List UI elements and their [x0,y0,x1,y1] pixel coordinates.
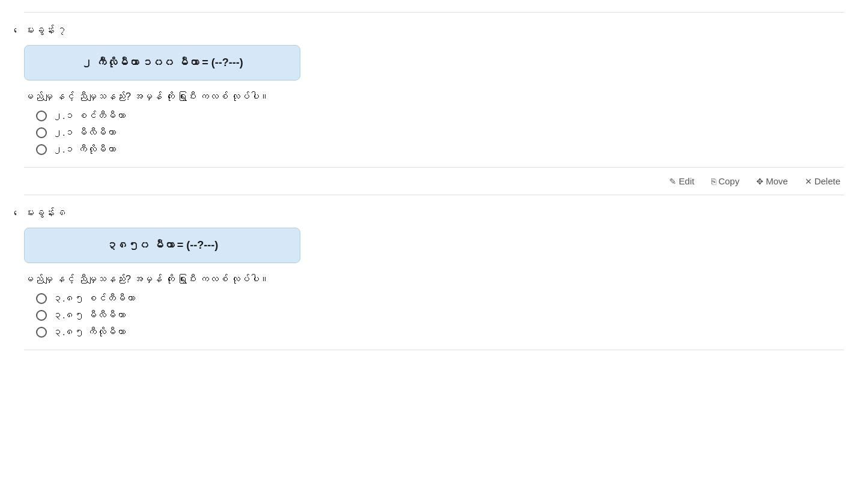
move-button[interactable]: ✥ Move [753,174,792,189]
option-label-1-1: ၂.၁ မီလီမီတာ [53,127,116,138]
option-item-1-1[interactable]: ၂.၁ မီလီမီတာ [36,127,844,138]
question-box-1: ၂ ကီလိုမီတာ ၁၀၀ မီတာ = (--?---) [24,45,300,80]
option-label-2-2: ၃.၈၅ ကီလိုမီတာ [53,327,126,338]
option-label-2-1: ၃.၈၅ မီလီမီတာ [53,310,126,321]
option-label-2-0: ၃.၈၅ စင်တီမီတာ [53,293,135,304]
option-item-1-0[interactable]: ၂.၁ စင်တီမီတာ [36,111,844,121]
move-icon: ✥ [756,177,763,186]
options-list-1: ၂.၁ စင်တီမီတာ ၂.၁ မီလီမီတာ ၂.၁ ကီလိုမီတာ [36,111,844,155]
question-box-text-2: ၃၈၅၀ မီတာ = (--?---) [106,239,218,251]
question-number-2: မေးခွန်း ၈ [24,207,844,219]
copy-button[interactable]: ⎘ Copy [708,174,743,189]
edit-icon: ✎ [669,177,676,186]
move-label: Move [766,176,788,186]
radio-circle-1-0[interactable] [36,111,47,121]
edit-button[interactable]: ✎ Edit [666,174,698,189]
option-item-2-0[interactable]: ၃.၈၅ စင်တီမီတာ [36,293,844,304]
radio-circle-1-2[interactable] [36,144,47,155]
page-container: မေးခွန်း ၇ ၂ ကီလိုမီတာ ၁၀၀ မီတာ = (--?--… [0,0,868,362]
question-box-2: ၃၈၅၀ မီတာ = (--?---) [24,228,300,263]
question-instruction-2: မည်မျှ နင့် ညီမျှသနည်း? အမှန် ကို ရွေးပြ… [24,274,844,285]
radio-circle-2-2[interactable] [36,327,47,338]
question-number-1: မေးခွန်း ၇ [24,25,844,37]
options-list-2: ၃.၈၅ စင်တီမီတာ ၃.၈၅ မီလီမီတာ ၃.၈၅ ကီလိုမ… [36,293,844,338]
delete-icon: ✕ [805,177,812,186]
question-box-text-1: ၂ ကီလိုမီတာ ၁၀၀ မီတာ = (--?---) [81,56,243,68]
option-label-1-0: ၂.၁ စင်တီမီတာ [53,111,126,121]
radio-circle-2-1[interactable] [36,310,47,321]
option-item-1-2[interactable]: ၂.၁ ကီလိုမီတာ [36,144,844,155]
edit-label: Edit [679,176,694,186]
radio-circle-1-1[interactable] [36,127,47,138]
delete-button[interactable]: ✕ Delete [801,174,844,189]
question-section-2: မေးခွန်း ၈ ၃၈၅၀ မီတာ = (--?---) မည်မျှ န… [24,195,844,350]
copy-icon: ⎘ [711,177,716,186]
option-item-2-2[interactable]: ၃.၈၅ ကီလိုမီတာ [36,327,844,338]
copy-label: Copy [718,176,739,186]
option-item-2-1[interactable]: ၃.၈၅ မီလီမီတာ [36,310,844,321]
radio-circle-2-0[interactable] [36,293,47,304]
question-section-1: မေးခွန်း ၇ ၂ ကီလိုမီတာ ၁၀၀ မီတာ = (--?--… [24,12,844,168]
option-label-1-2: ၂.၁ ကီလိုမီတာ [53,144,116,155]
action-bar: ✎ Edit ⎘ Copy ✥ Move ✕ Delete [24,168,844,195]
delete-label: Delete [815,176,840,186]
question-instruction-1: မည်မျှ နင့် ညီမျှသနည်း? အမှန် ကို ရွေးပြ… [24,91,844,102]
